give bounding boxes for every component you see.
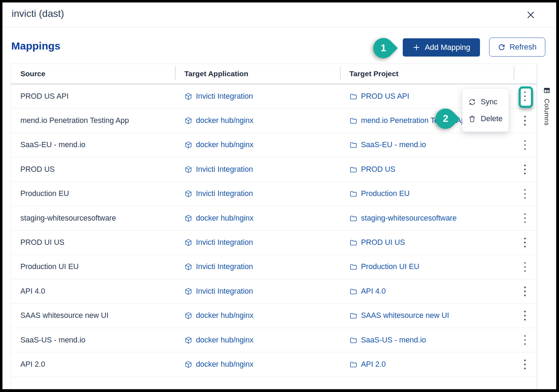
source-cell: PROD US API [11, 92, 175, 101]
target-project-cell[interactable]: SAAS whitesource new UI [340, 311, 514, 320]
target-project-link[interactable]: staging-whitesourcesoftware [361, 214, 456, 223]
target-application-link[interactable]: Invicti Integration [196, 262, 253, 271]
source-text: PROD UI US [20, 238, 64, 247]
target-application-cell[interactable]: Invicti Integration [175, 262, 340, 271]
table-columns-icon [543, 87, 551, 94]
row-menu-button[interactable] [519, 209, 531, 227]
kebab-icon [524, 315, 526, 316]
cube-icon [184, 336, 192, 344]
table-header-row: Source Target Application Target Project [11, 64, 537, 84]
target-project-cell[interactable]: PROD US [340, 165, 514, 174]
annotation-callout-1-number: 1 [381, 43, 386, 54]
cube-icon [184, 214, 192, 222]
target-application-cell[interactable]: Invicti Integration [175, 165, 340, 174]
target-project-cell[interactable]: Production EU [340, 189, 514, 198]
menu-item-sync-label: Sync [481, 98, 498, 106]
target-application-link[interactable]: Invicti Integration [196, 238, 253, 247]
target-project-link[interactable]: PROD UI US [361, 238, 405, 247]
target-application-cell[interactable]: docker hub/nginx [175, 336, 340, 345]
target-project-link[interactable]: API 2.0 [361, 360, 386, 369]
target-project-cell[interactable]: Production UI EU [340, 262, 514, 271]
target-project-cell[interactable]: API 4.0 [340, 287, 514, 296]
source-cell: PROD US [11, 165, 175, 174]
column-header-actions [514, 64, 536, 84]
folder-icon [349, 141, 357, 149]
row-menu-button[interactable] [519, 331, 531, 349]
target-application-link[interactable]: docker hub/nginx [196, 336, 254, 345]
row-menu-button[interactable] [519, 234, 531, 251]
source-text: Production UI EU [20, 262, 79, 271]
refresh-button[interactable]: Refresh [489, 38, 545, 57]
source-text: Production EU [20, 189, 69, 198]
row-menu-button[interactable] [519, 258, 531, 276]
target-project-link[interactable]: SaaS-US - mend.io [361, 336, 426, 345]
target-project-link[interactable]: API 4.0 [361, 287, 386, 296]
target-application-link[interactable]: docker hub/nginx [196, 360, 254, 369]
target-application-link[interactable]: Invicti Integration [196, 287, 253, 296]
row-menu-button[interactable] [519, 282, 531, 300]
kebab-icon [524, 193, 526, 195]
table-row: API 4.0 Invicti Integration API 4.0 [11, 279, 537, 303]
target-project-cell[interactable]: SaaS-EU - mend.io [340, 141, 514, 149]
source-cell: SAAS whitesource new UI [11, 311, 175, 320]
target-project-cell[interactable]: staging-whitesourcesoftware [340, 214, 514, 223]
mappings-dialog: invicti (dast) Mappings Add Mapping Refr… [2, 2, 556, 389]
target-application-cell[interactable]: Invicti Integration [175, 287, 340, 296]
cube-icon [184, 117, 192, 125]
target-application-cell[interactable]: docker hub/nginx [175, 141, 340, 149]
row-menu-button[interactable] [519, 307, 531, 325]
target-application-link[interactable]: docker hub/nginx [196, 311, 254, 320]
target-project-cell[interactable]: SaaS-US - mend.io [340, 336, 514, 345]
columns-panel-toggle[interactable]: Columns [537, 64, 556, 389]
target-application-link[interactable]: Invicti Integration [196, 189, 253, 198]
row-actions-cell [514, 331, 536, 349]
table-row: SAAS whitesource new UI docker hub/nginx… [11, 304, 537, 328]
target-application-cell[interactable]: docker hub/nginx [175, 360, 340, 369]
mappings-table: Source Target Application Target Project… [11, 64, 537, 389]
target-application-link[interactable]: docker hub/nginx [196, 116, 254, 125]
target-project-link[interactable]: Production EU [361, 189, 410, 198]
folder-icon [349, 312, 357, 320]
row-menu-button[interactable] [519, 161, 531, 178]
add-mapping-button[interactable]: Add Mapping [403, 38, 480, 57]
row-menu-button[interactable] [519, 87, 531, 105]
row-menu-button[interactable] [519, 185, 531, 203]
source-text: API 2.0 [20, 360, 45, 368]
target-application-link[interactable]: Invicti Integration [196, 165, 253, 174]
target-application-cell[interactable]: docker hub/nginx [175, 214, 340, 223]
target-project-link[interactable]: Production UI EU [361, 262, 419, 271]
row-actions-cell [514, 161, 536, 178]
table-row: Production UI EU Invicti Integration Pro… [11, 255, 537, 279]
kebab-icon [524, 242, 526, 243]
target-application-cell[interactable]: docker hub/nginx [175, 116, 340, 125]
target-project-link[interactable]: PROD US [361, 165, 395, 174]
target-application-link[interactable]: docker hub/nginx [196, 214, 254, 223]
cube-icon [184, 190, 192, 198]
row-menu-button[interactable] [519, 112, 531, 130]
target-project-link[interactable]: SaaS-EU - mend.io [361, 141, 426, 149]
target-application-cell[interactable]: Invicti Integration [175, 238, 340, 247]
target-project-cell[interactable]: API 2.0 [340, 360, 514, 369]
row-context-menu: Sync Delete [462, 89, 509, 132]
target-project-cell[interactable]: PROD UI US [340, 238, 514, 247]
target-application-link[interactable]: Invicti Integration [196, 92, 253, 101]
cube-icon [184, 360, 192, 368]
source-cell: Production EU [11, 189, 175, 198]
target-application-cell[interactable]: Invicti Integration [175, 189, 340, 198]
kebab-icon [524, 169, 526, 170]
target-application-link[interactable]: docker hub/nginx [196, 141, 254, 149]
source-cell: mend.io Penetration Testing App [11, 116, 175, 125]
row-menu-button[interactable] [519, 355, 531, 373]
target-project-link[interactable]: SAAS whitesource new UI [361, 311, 449, 320]
folder-icon [349, 360, 357, 368]
folder-icon [349, 92, 357, 100]
target-application-cell[interactable]: docker hub/nginx [175, 311, 340, 320]
plus-icon [413, 44, 420, 51]
target-application-cell[interactable]: Invicti Integration [175, 92, 340, 101]
menu-item-sync[interactable]: Sync [462, 93, 508, 110]
close-button[interactable] [525, 9, 537, 21]
row-menu-button[interactable] [519, 136, 531, 154]
menu-item-delete[interactable]: Delete [462, 110, 508, 127]
folder-icon [349, 336, 357, 344]
target-project-link[interactable]: PROD US API [361, 92, 409, 101]
